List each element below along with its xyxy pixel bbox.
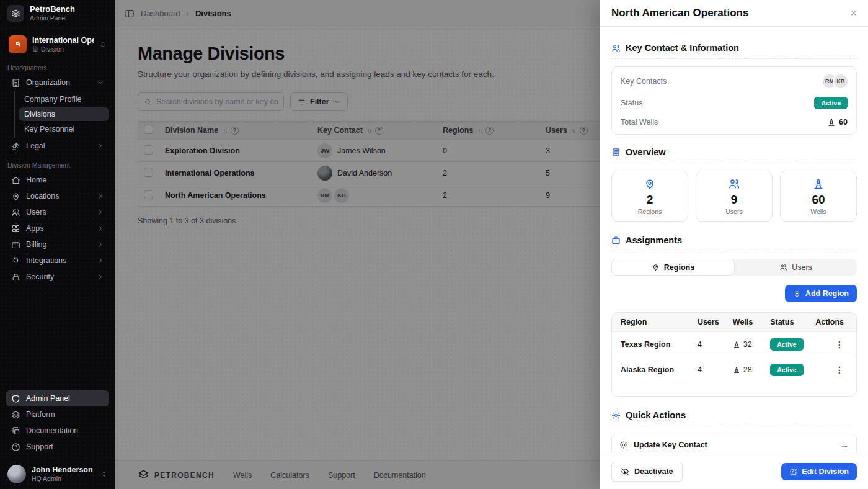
sidebar-item-label: Security — [26, 272, 91, 281]
users-cell: 4 — [698, 357, 733, 382]
sidebar-item-label: Documentation — [26, 426, 104, 435]
tab-users[interactable]: Users — [735, 259, 857, 276]
sidebar-item-divisions[interactable]: Divisions — [19, 107, 109, 121]
chevron-right-icon — [97, 192, 104, 200]
table-header-row: Region Users Wells Status Actions — [612, 313, 856, 331]
sidebar-item-label: Admin Panel — [26, 394, 104, 403]
user-menu[interactable]: John Henderson HQ Admin — [0, 459, 115, 489]
sidebar-item-label: Legal — [26, 141, 91, 150]
table-row: Texas Region 4 32 Active ⋮ — [612, 331, 856, 357]
chevron-down-icon — [97, 79, 104, 86]
sidebar: PetroBench Admin Panel International Ope… — [0, 0, 115, 489]
eye-off-icon — [621, 467, 629, 476]
sidebar-item-platform[interactable]: Platform — [6, 406, 109, 423]
sidebar-item-label: Key Personnel — [24, 125, 74, 133]
tab-label: Users — [792, 263, 812, 272]
layers-icon — [11, 410, 20, 419]
key-contact-card: Key Contacts RMKB Status Active Total We… — [611, 66, 857, 135]
close-button[interactable]: × — [850, 7, 857, 19]
edit-pencil-icon — [789, 468, 797, 476]
sidebar-bottom-nav: Admin Panel Platform Documentation Suppo… — [0, 390, 115, 459]
map-pin-icon — [793, 290, 801, 298]
sidebar-nav: Headquarters Organization Company Profil… — [0, 56, 115, 390]
gavel-icon — [11, 141, 20, 151]
row-label: Total Wells — [621, 118, 658, 127]
add-region-button[interactable]: Add Region — [785, 285, 857, 302]
assignments-tabs: Regions Users — [611, 259, 857, 276]
users-icon — [611, 43, 621, 53]
avatar: KB — [834, 74, 848, 88]
section-title: Quick Actions — [626, 410, 686, 420]
shield-icon — [11, 394, 20, 403]
key-contacts-row: Key Contacts RMKB — [612, 70, 856, 92]
wells-count: 60 — [839, 118, 848, 127]
stat-value: 9 — [731, 193, 738, 207]
wells-count: 28 — [743, 366, 752, 374]
documents-icon — [11, 426, 20, 436]
sidebar-brand: PetroBench Admin Panel — [0, 0, 115, 27]
org-logo-icon — [9, 35, 27, 53]
region-name-cell: Alaska Region — [612, 357, 698, 382]
section-title: Key Contact & Information — [626, 43, 739, 53]
sidebar-item-label: Organization — [26, 78, 91, 87]
edit-division-button[interactable]: Edit Division — [781, 463, 857, 480]
org-switcher[interactable]: International Operatio Division — [5, 32, 110, 56]
tab-regions[interactable]: Regions — [611, 259, 735, 276]
sidebar-item-admin-panel[interactable]: Admin Panel — [6, 390, 109, 406]
briefcase-icon — [611, 236, 621, 245]
sidebar-item-organization[interactable]: Organization — [6, 74, 109, 91]
sidebar-item-apps[interactable]: Apps — [6, 220, 109, 236]
chevron-right-icon — [97, 273, 104, 280]
deactivate-button[interactable]: Deactivate — [611, 462, 683, 482]
sidebar-item-support[interactable]: Support — [6, 439, 109, 455]
stat-value: 2 — [647, 193, 653, 207]
row-actions-menu[interactable]: ⋮ — [835, 365, 844, 375]
map-pin-icon — [652, 263, 660, 271]
sidebar-item-documentation[interactable]: Documentation — [6, 423, 109, 439]
help-circle-icon — [11, 442, 20, 452]
sidebar-item-company-profile[interactable]: Company Profile — [19, 92, 109, 106]
sidebar-item-label: Divisions — [24, 110, 55, 119]
region-name-cell: Texas Region — [612, 331, 698, 357]
chevrons-up-down-icon — [100, 470, 108, 478]
map-pin-icon — [11, 192, 20, 201]
section-quick-actions: Quick Actions — [611, 410, 857, 426]
apps-grid-icon — [11, 224, 20, 233]
sidebar-item-label: Home — [26, 176, 104, 184]
sidebar-item-security[interactable]: Security — [6, 269, 109, 285]
organization-submenu: Company Profile Divisions Key Personnel — [14, 91, 109, 138]
chevron-right-icon — [97, 225, 104, 232]
sidebar-item-users[interactable]: Users — [6, 204, 109, 220]
tab-label: Regions — [664, 263, 694, 272]
user-avatar — [7, 465, 26, 483]
sidebar-item-label: Support — [26, 442, 104, 451]
oil-derrick-icon — [733, 366, 740, 374]
lock-icon — [11, 272, 20, 282]
button-label: Deactivate — [634, 467, 673, 476]
section-overview: Overview — [611, 147, 857, 163]
update-key-contact-button[interactable]: Update Key Contact → — [611, 434, 857, 454]
sidebar-item-billing[interactable]: Billing — [6, 236, 109, 253]
sidebar-item-locations[interactable]: Locations — [6, 188, 109, 204]
col-wells: Wells — [733, 313, 770, 331]
section-assignments: Assignments — [611, 235, 857, 251]
stat-card-wells: 60 Wells — [780, 171, 857, 222]
gear-icon — [611, 411, 621, 420]
sidebar-item-key-personnel[interactable]: Key Personnel — [19, 122, 109, 136]
drawer-header: North American Operations × — [600, 0, 868, 27]
users-icon — [728, 177, 740, 190]
drawer-footer: Deactivate Edit Division — [600, 454, 868, 489]
row-actions-menu[interactable]: ⋮ — [835, 339, 844, 349]
users-icon — [11, 208, 20, 217]
sidebar-item-integrations[interactable]: Integrations — [6, 253, 109, 269]
status-badge: Active — [770, 364, 804, 376]
sidebar-item-home[interactable]: Home — [6, 172, 109, 188]
brand-name: PetroBench — [30, 5, 75, 14]
button-label: Add Region — [805, 289, 849, 298]
division-detail-drawer: North American Operations × Key Contact … — [600, 0, 868, 489]
nav-group-label-division-management: Division Management — [7, 161, 108, 169]
sidebar-item-legal[interactable]: Legal — [6, 138, 109, 154]
add-region-row: Add Region — [611, 285, 857, 302]
col-actions: Actions — [815, 313, 856, 331]
sidebar-item-label: Apps — [26, 224, 91, 233]
